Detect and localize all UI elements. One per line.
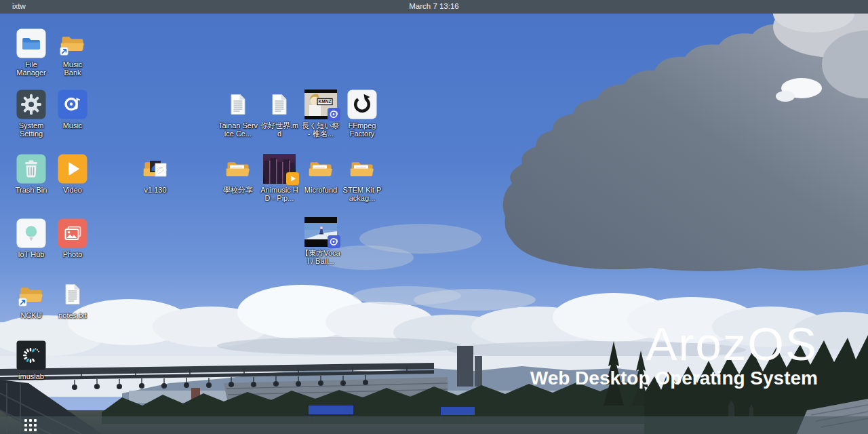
music-icon bbox=[58, 90, 87, 119]
desktop-icon-video[interactable]: Video bbox=[50, 154, 95, 195]
icon-label: NCKU bbox=[20, 312, 41, 320]
desktop-icon-v1-130[interactable]: v1.130 bbox=[133, 154, 178, 195]
desktop-icon-animusic-hd[interactable]: Animusic HD - Pip... bbox=[257, 154, 302, 202]
os-subtitle: Web Desktop Operating System bbox=[530, 368, 818, 388]
media-badge-icon bbox=[328, 108, 340, 121]
video-icon bbox=[58, 154, 87, 184]
school-share-icon bbox=[223, 154, 253, 184]
icon-label: Microfund bbox=[304, 186, 337, 195]
icon-label: SystemSetting bbox=[19, 122, 44, 138]
arozos-desktop: ixtw March 7 13:16 ArozOS Web Desktop Op… bbox=[0, 0, 868, 434]
desktop-icon-photo[interactable]: Photo bbox=[50, 218, 95, 259]
os-title: ArozOS bbox=[530, 321, 818, 368]
desktop-icon-nagaku-mijikai-matsuri[interactable]: KMNZ長く短い祭- 椎名... bbox=[298, 90, 343, 138]
desktop-icon-music[interactable]: Music bbox=[50, 90, 95, 130]
tainan-service-center-icon bbox=[223, 90, 253, 119]
icon-label: Music bbox=[63, 122, 83, 130]
ncku-icon bbox=[16, 279, 46, 309]
icon-label: FFmpegFactory bbox=[349, 122, 376, 138]
branding: ArozOS Web Desktop Operating System bbox=[530, 321, 818, 388]
app-launcher-button[interactable] bbox=[24, 419, 38, 433]
icon-label: STEM Kit Packag... bbox=[343, 186, 382, 202]
desktop-icon-hello-world-md[interactable]: 你好世界.md bbox=[257, 90, 302, 138]
icon-label: imuslab bbox=[18, 373, 44, 381]
desktop-icon-school-share[interactable]: 學校分享 bbox=[216, 154, 260, 195]
clock-label: March 7 13:16 bbox=[0, 2, 868, 10]
animusic-hd-icon bbox=[263, 154, 296, 184]
trash-bin-icon bbox=[16, 154, 46, 184]
media-badge-icon bbox=[328, 235, 340, 248]
file-manager-icon bbox=[16, 28, 46, 58]
microfund-icon bbox=[306, 154, 336, 184]
icon-label: IoT Hub bbox=[18, 251, 45, 259]
desktop-icon-iot-hub[interactable]: IoT Hub bbox=[9, 218, 54, 259]
icon-label: FileManager bbox=[16, 61, 45, 77]
touhou-vocal-icon bbox=[304, 217, 337, 247]
icon-label: Video bbox=[63, 186, 82, 195]
icon-label: Photo bbox=[63, 251, 83, 259]
svg-text:KMNZ: KMNZ bbox=[319, 99, 332, 104]
nagaku-mijikai-matsuri-icon: KMNZ bbox=[304, 90, 337, 119]
desktop-icon-system-setting[interactable]: SystemSetting bbox=[9, 90, 54, 138]
play-badge-icon bbox=[286, 172, 299, 185]
desktop-icon-trash-bin[interactable]: Trash Bin bbox=[9, 154, 54, 195]
imuslab-icon bbox=[16, 340, 46, 370]
hello-world-md-icon bbox=[264, 90, 294, 119]
desktop-icon-ncku[interactable]: NCKU bbox=[9, 279, 54, 320]
icon-label: v1.130 bbox=[144, 186, 166, 195]
v1-130-icon bbox=[140, 154, 170, 184]
desktop-icon-microfund[interactable]: Microfund bbox=[298, 154, 343, 195]
icon-label: Animusic HD - Pip... bbox=[260, 186, 298, 202]
system-setting-icon bbox=[16, 90, 46, 119]
icon-label: MusicBank bbox=[63, 61, 83, 77]
iot-hub-icon bbox=[16, 218, 46, 248]
notes-txt-icon bbox=[58, 279, 87, 309]
icon-label: 學校分享 bbox=[223, 186, 253, 195]
icon-label: 【東方Vocal / Ball... bbox=[301, 250, 340, 265]
music-bank-icon bbox=[58, 28, 87, 58]
desktop-icon-notes-txt[interactable]: notes.txt bbox=[50, 279, 95, 320]
icon-label: 長く短い祭- 椎名... bbox=[302, 122, 340, 138]
desktop-icon-tainan-service-center[interactable]: Tainan Service Ce... bbox=[216, 90, 260, 138]
desktop-icon-ffmpeg-factory[interactable]: FFmpegFactory bbox=[340, 90, 384, 138]
top-bar: ixtw March 7 13:16 bbox=[0, 0, 868, 14]
desktop-icon-stem-kit-package[interactable]: STEM Kit Packag... bbox=[340, 154, 384, 202]
ffmpeg-factory-icon bbox=[347, 90, 377, 119]
icon-label: 你好世界.md bbox=[260, 122, 298, 138]
icon-label: Trash Bin bbox=[16, 186, 47, 195]
desktop-icon-music-bank[interactable]: MusicBank bbox=[50, 28, 95, 77]
photo-icon bbox=[58, 218, 87, 248]
icon-label: notes.txt bbox=[58, 312, 87, 320]
stem-kit-package-icon bbox=[347, 154, 377, 184]
desktop-icon-file-manager[interactable]: FileManager bbox=[9, 28, 54, 77]
taskbar bbox=[0, 416, 868, 434]
icon-label: Tainan Service Ce... bbox=[218, 122, 258, 138]
desktop-icon-touhou-vocal[interactable]: 【東方Vocal / Ball... bbox=[298, 217, 343, 265]
desktop-icon-imuslab[interactable]: imuslab bbox=[9, 340, 54, 381]
